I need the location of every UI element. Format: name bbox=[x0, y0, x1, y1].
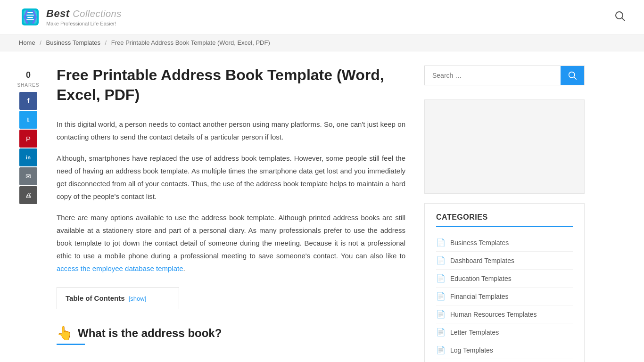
linkedin-icon: in bbox=[26, 155, 31, 160]
logo-icon bbox=[19, 6, 41, 28]
employee-database-link[interactable]: access the employee database template bbox=[57, 264, 183, 272]
article-paragraph-3: There are many options available to use … bbox=[57, 211, 405, 275]
table-of-contents: Table of Contents [show] bbox=[57, 287, 179, 309]
section-heading-underline bbox=[57, 344, 85, 345]
facebook-share-button[interactable]: f bbox=[19, 92, 37, 110]
logo-text: Best Collections Make Professional Life … bbox=[46, 8, 122, 26]
article-paragraph-3-prefix: There are many options available to use … bbox=[57, 214, 405, 260]
category-item-letter[interactable]: 📄 Letter Templates bbox=[436, 323, 573, 341]
twitter-share-button[interactable]: 𝕥 bbox=[19, 111, 37, 129]
category-icon-dashboard: 📄 bbox=[436, 256, 446, 265]
category-item-log[interactable]: 📄 Log Templates bbox=[436, 341, 573, 359]
categories-title: CATEGORIES bbox=[436, 213, 573, 227]
category-label-financial: Financial Templates bbox=[450, 293, 508, 300]
breadcrumb-sep2: / bbox=[105, 39, 107, 46]
search-button[interactable] bbox=[561, 66, 584, 85]
logo-title: Best Collections bbox=[46, 8, 122, 20]
search-icon bbox=[568, 71, 577, 80]
category-item-education[interactable]: 📄 Education Templates bbox=[436, 270, 573, 288]
svg-rect-2 bbox=[27, 12, 33, 13]
shares-label: SHARES bbox=[17, 82, 39, 88]
facebook-icon: f bbox=[27, 97, 30, 105]
section-heading-icon: 👆 bbox=[57, 325, 73, 341]
breadcrumb: Home / Business Templates / Free Printab… bbox=[0, 34, 644, 51]
search-widget bbox=[424, 66, 585, 85]
logo-area: Best Collections Make Professional Life … bbox=[19, 6, 122, 28]
social-sidebar: 0 SHARES f 𝕥 P in ✉ 🖨 bbox=[19, 70, 38, 362]
article-paragraph-3-suffix: . bbox=[183, 264, 185, 272]
svg-point-8 bbox=[569, 72, 575, 78]
article-paragraph-2: Although, smartphones have replaced the … bbox=[57, 152, 405, 203]
categories-widget: CATEGORIES 📄 Business Templates 📄 Dashbo… bbox=[424, 203, 585, 362]
search-input[interactable] bbox=[425, 66, 561, 85]
svg-rect-4 bbox=[27, 17, 33, 18]
header-search-icon[interactable] bbox=[615, 11, 625, 24]
toc-title: Table of Contents bbox=[66, 294, 125, 302]
category-item-business[interactable]: 📄 Business Templates bbox=[436, 234, 573, 252]
svg-line-7 bbox=[622, 18, 625, 21]
svg-line-9 bbox=[574, 77, 577, 80]
category-label-log: Log Templates bbox=[450, 346, 493, 354]
logo-subtitle: Make Professional Life Easier! bbox=[46, 21, 122, 26]
section-heading-what-is: 👆 What is the address book? bbox=[57, 325, 405, 341]
category-item-financial[interactable]: 📄 Financial Templates bbox=[436, 288, 573, 305]
category-label-dashboard: Dashboard Templates bbox=[450, 257, 514, 264]
category-item-dashboard[interactable]: 📄 Dashboard Templates bbox=[436, 252, 573, 270]
section-heading-text: What is the address book? bbox=[78, 327, 222, 340]
category-label-hr: Human Resources Templates bbox=[450, 311, 537, 318]
logo-best: Best bbox=[46, 8, 70, 19]
category-label-letter: Letter Templates bbox=[450, 329, 499, 336]
category-icon-financial: 📄 bbox=[436, 292, 446, 301]
category-label-business: Business Templates bbox=[450, 239, 509, 247]
svg-point-6 bbox=[616, 12, 623, 19]
article-paragraph-1: In this digital world, a person needs to… bbox=[57, 118, 405, 143]
category-icon-education: 📄 bbox=[436, 274, 446, 283]
category-item-medical[interactable]: 📄 Medical Templates bbox=[436, 359, 573, 362]
article-title: Free Printable Address Book Template (Wo… bbox=[57, 66, 405, 105]
print-button[interactable]: 🖨 bbox=[19, 186, 37, 204]
pinterest-icon: P bbox=[26, 135, 31, 143]
email-icon: ✉ bbox=[25, 173, 31, 180]
article-body: In this digital world, a person needs to… bbox=[57, 118, 405, 275]
ad-placeholder bbox=[424, 99, 585, 194]
sidebar: CATEGORIES 📄 Business Templates 📄 Dashbo… bbox=[424, 66, 585, 362]
breadcrumb-sep1: / bbox=[40, 39, 41, 46]
pinterest-share-button[interactable]: P bbox=[19, 130, 37, 148]
toc-toggle[interactable]: [show] bbox=[129, 295, 147, 302]
main-layout: 0 SHARES f 𝕥 P in ✉ 🖨 Free Printable Add… bbox=[0, 51, 644, 362]
breadcrumb-business-templates[interactable]: Business Templates bbox=[46, 39, 100, 46]
category-icon-business: 📄 bbox=[436, 238, 446, 247]
category-icon-log: 📄 bbox=[436, 346, 446, 354]
content-area: Free Printable Address Book Template (Wo… bbox=[57, 66, 405, 362]
category-icon-letter: 📄 bbox=[436, 328, 446, 337]
print-icon: 🖨 bbox=[25, 191, 32, 199]
category-label-education: Education Templates bbox=[450, 275, 512, 282]
svg-rect-5 bbox=[26, 19, 34, 20]
site-header: Best Collections Make Professional Life … bbox=[0, 0, 644, 34]
email-share-button[interactable]: ✉ bbox=[19, 167, 37, 185]
category-icon-hr: 📄 bbox=[436, 310, 446, 319]
breadcrumb-home[interactable]: Home bbox=[19, 39, 35, 46]
linkedin-share-button[interactable]: in bbox=[19, 148, 37, 166]
twitter-icon: 𝕥 bbox=[27, 116, 30, 123]
breadcrumb-current: Free Printable Address Book Template (Wo… bbox=[111, 39, 270, 46]
shares-number: 0 bbox=[17, 70, 39, 80]
category-item-hr[interactable]: 📄 Human Resources Templates bbox=[436, 305, 573, 323]
logo-collections: Collections bbox=[73, 8, 121, 19]
svg-rect-3 bbox=[26, 15, 34, 16]
shares-count: 0 SHARES bbox=[17, 70, 39, 88]
